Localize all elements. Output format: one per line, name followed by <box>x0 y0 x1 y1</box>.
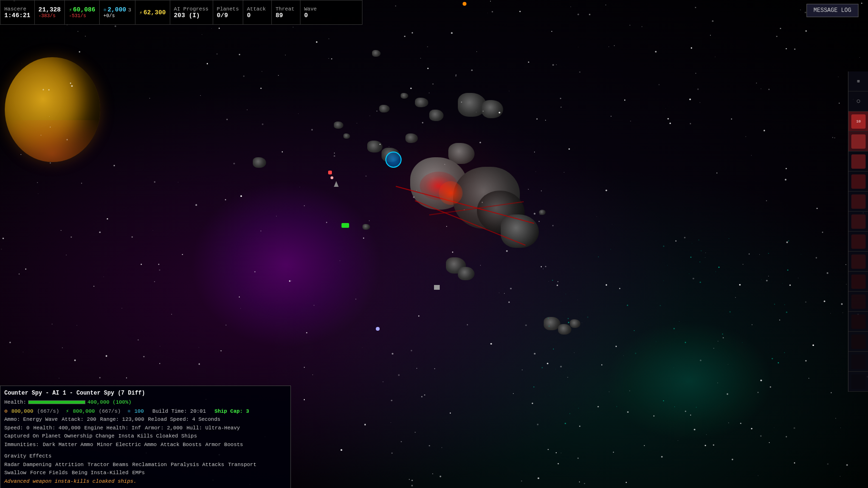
sidebar-label-1: ⊞ <box>857 79 859 84</box>
sidebar-item-3[interactable]: 10 <box>848 112 868 132</box>
ability-9: Being Insta-Killed <box>72 469 128 477</box>
sidebar-ship-icon: 10 <box>851 114 866 129</box>
ability-8: Force Fields <box>30 469 68 477</box>
credits-icon: ⚡ <box>139 10 143 16</box>
ability-10: EMPs <box>132 469 145 477</box>
reload-stat: Reload Speed: 4 Seconds <box>148 416 220 424</box>
immunity-2: Minor Electric Ammo <box>97 441 156 449</box>
science-rate: +0/s <box>103 13 131 19</box>
resources-row: ⚙ 800,000 (667/s) ⚡ 800,000 (667/s) ⚛ 10… <box>4 407 287 416</box>
stats-row-1: Ammo: Energy Wave Attack: 200 Range: 123… <box>4 416 287 424</box>
hud-energy: ⚡ 60,086 -531/s <box>65 0 99 24</box>
speed-stat: Speed: 0 <box>4 424 30 432</box>
specials-row: Captured On Planet Ownership Change Inst… <box>4 432 287 440</box>
energy-rate: -531/s <box>69 13 95 19</box>
hud-attack: Attack 0 <box>243 0 272 24</box>
unit-blue[interactable] <box>376 327 380 331</box>
sidebar-item-13[interactable] <box>848 312 868 332</box>
ammo-type: Ammo: Energy Wave <box>4 416 58 424</box>
immunities-label: Immunities: <box>4 441 39 449</box>
ability-5: Paralysis Attacks <box>171 461 224 469</box>
unit-description: Advanced weapon insta-kills cloaked ship… <box>4 478 136 484</box>
sidebar-ship-icon-10 <box>851 295 866 309</box>
attack-value: 0 <box>247 12 268 19</box>
ammo-rate: (667/s) <box>37 407 59 416</box>
metal-value: 21,328 <box>39 6 61 13</box>
wave-value: 0 <box>304 12 325 19</box>
sidebar-ship-icon-13 <box>851 355 866 369</box>
armor-stat: Armor: 2,000 <box>145 424 183 432</box>
credits-value: 62,300 <box>144 9 166 16</box>
abilities-row-2: Swallow Force Fields Being Insta-Killed … <box>4 469 287 477</box>
sidebar-item-9[interactable] <box>848 232 868 252</box>
sidebar-item-7[interactable] <box>848 192 868 212</box>
energy-rate-2: (667/s) <box>99 407 121 416</box>
right-sidebar: ⊞ ○ 10 <box>848 71 868 392</box>
sidebar-item-8[interactable] <box>848 212 868 232</box>
build-time: Build Time: 20:01 <box>153 407 206 416</box>
science-value: 2,000 <box>107 6 126 13</box>
sidebar-ship-icon-3 <box>851 154 866 169</box>
enemy-unit[interactable] <box>328 171 332 174</box>
ability-1: Radar Dampening <box>4 461 52 469</box>
science-icon-2: ⚛ <box>127 407 131 416</box>
faction-ship[interactable] <box>385 152 402 168</box>
energy-value: 60,086 <box>73 6 95 13</box>
range-stat: Range: 123,000 <box>100 416 144 424</box>
ai-progress-value: 203 (I) <box>174 12 209 19</box>
ammo-value: 800,000 <box>11 407 33 416</box>
stats-row-2: Speed: 0 Health: 400,000 Engine Health: … <box>4 424 287 432</box>
ai-progress-label: AI Progress <box>174 6 209 12</box>
immunity-1: Dark Matter Ammo <box>43 441 93 449</box>
immunities-row: Immunities: Dark Matter Ammo Minor Elect… <box>4 441 287 460</box>
hud-credits: ⚡ 62,300 <box>135 0 170 24</box>
particle-orange <box>463 2 466 6</box>
sidebar-ship-icon-9 <box>851 274 866 289</box>
explosion-2 <box>439 181 463 205</box>
attack-label: Attack <box>247 6 268 12</box>
sidebar-item-16[interactable] <box>848 372 868 392</box>
info-panel: Counter Spy - AI 1 - Counter Spy (7 Diff… <box>0 386 291 488</box>
hud-planets: Planets 0/9 <box>213 0 243 24</box>
wave-label: Wave <box>304 6 325 12</box>
threat-value: 89 <box>276 12 296 19</box>
player-name: Hascere <box>4 6 31 12</box>
enemy-unit-2[interactable] <box>331 176 333 179</box>
sidebar-item-4[interactable] <box>848 132 868 152</box>
sidebar-item-1[interactable]: ⊞ <box>848 71 868 92</box>
ship-cap: Ship Cap: 3 <box>215 407 249 416</box>
sidebar-item-2[interactable]: ○ <box>848 92 868 112</box>
sidebar-ship-icon-7 <box>851 234 866 249</box>
description-row: Advanced weapon insta-kills cloaked ship… <box>4 478 287 486</box>
sidebar-ship-icon-5 <box>851 194 866 209</box>
special-2: Insta Kills Cloaked Ships <box>118 432 197 440</box>
sidebar-item-5[interactable] <box>848 152 868 172</box>
message-log-button[interactable]: MESSAGE LOG <box>806 4 858 17</box>
immunity-3: Attack Boosts <box>161 441 202 449</box>
ammo-icon: ⚙ <box>4 407 8 416</box>
energy-value-2: 800,000 <box>73 407 95 416</box>
threat-label: Threat <box>276 6 296 12</box>
health-row: Health: 400,000 (100%) <box>4 398 287 407</box>
sidebar-item-11[interactable] <box>848 272 868 292</box>
energy-icon-2: ⚡ <box>66 407 69 416</box>
planets-label: Planets <box>217 6 239 12</box>
sidebar-ship-icon-12 <box>851 335 866 349</box>
energy-icon: ⚡ <box>69 7 72 13</box>
metal-rate: -383/s <box>39 13 61 19</box>
abilities-row: Radar Dampening Attrition Tractor Beams … <box>4 461 287 469</box>
engine-health-stat: Engine Health: Inf <box>84 424 141 432</box>
sidebar-item-15[interactable] <box>848 352 868 372</box>
unit-grey[interactable] <box>434 285 440 290</box>
sidebar-item-10[interactable] <box>848 252 868 272</box>
hud-ai-progress: AI Progress 203 (I) <box>170 0 213 24</box>
sidebar-item-6[interactable] <box>848 172 868 192</box>
immunity-5: Gravity Effects <box>4 452 52 460</box>
green-unit[interactable] <box>341 223 349 228</box>
sidebar-ship-icon-8 <box>851 254 866 269</box>
ability-3: Tractor Beams <box>87 461 128 469</box>
sidebar-item-12[interactable] <box>848 292 868 312</box>
sidebar-ship-icon-2 <box>851 134 866 149</box>
sidebar-ship-icon-6 <box>851 214 866 229</box>
sidebar-item-14[interactable] <box>848 332 868 352</box>
